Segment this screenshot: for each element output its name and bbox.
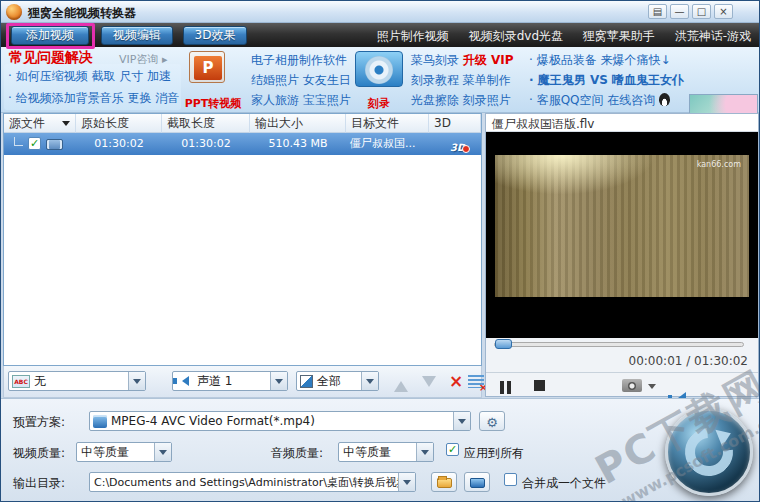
nav-apple-assistant[interactable]: 狸窝苹果助手: [583, 29, 655, 43]
subtitle-select[interactable]: ABC 无: [8, 371, 146, 391]
audio-quality-value: 中等质量: [339, 444, 416, 461]
move-up-icon[interactable]: [394, 374, 408, 392]
subtitle-value: 无: [30, 373, 128, 390]
video-quality-dropdown-icon[interactable]: [154, 443, 171, 461]
tree-connector: [14, 137, 23, 146]
audio-quality-dropdown-icon[interactable]: [416, 443, 433, 461]
folder-icon: [470, 478, 485, 488]
output-settings-panel: 预置方案: MPEG-4 AVC Video Format(*.mp4) ⚙ 视…: [1, 398, 759, 502]
move-down-icon[interactable]: [422, 376, 436, 394]
browse-folder-button[interactable]: [431, 472, 457, 492]
game-link-1[interactable]: · 爆极品装备 来爆个痛快↓: [529, 52, 671, 69]
snapshot-camera-icon[interactable]: [622, 379, 642, 392]
audio-track-select[interactable]: 声道 1: [172, 371, 288, 391]
video-edit-button[interactable]: 视频编辑: [101, 26, 173, 45]
preview-filename: 僵尸叔叔国语版.flv: [486, 114, 758, 132]
apply-all-label: 应用到所有: [464, 445, 524, 462]
video-quality-value: 中等质量: [77, 444, 154, 461]
column-header-cut-length[interactable]: 截取长度: [162, 114, 250, 133]
sort-indicator-icon: [62, 121, 70, 130]
game-link-3[interactable]: · 客服QQ空间 在线咨询: [529, 92, 670, 109]
table-row[interactable]: ✓ 01:30:02 01:30:02 510.43 MB 僵尸叔叔国... 3…: [4, 133, 481, 155]
row-cut-length: 01:30:02: [162, 133, 250, 155]
upgrade-vip-link[interactable]: 升级 VIP: [463, 53, 514, 67]
speaker-icon: [177, 376, 189, 386]
wrench-icon: ⚙: [486, 415, 498, 430]
stop-button[interactable]: [534, 380, 545, 391]
preset-format-icon: [93, 415, 107, 428]
filter-select[interactable]: 全部: [296, 371, 379, 391]
column-header-output-size[interactable]: 输出大小: [250, 114, 346, 133]
menu-icon[interactable]: ▤: [648, 4, 667, 19]
video-quality-select[interactable]: 中等质量: [76, 442, 172, 462]
3d-disabled-dot-icon: [462, 145, 470, 153]
window-title: 狸窝全能视频转换器: [28, 5, 136, 22]
audio-quality-select[interactable]: 中等质量: [338, 442, 434, 462]
convert-button[interactable]: [665, 408, 753, 496]
ppt-icon[interactable]: P: [189, 51, 225, 83]
preset-select[interactable]: MPEG-4 AVC Video Format(*.mp4): [89, 411, 471, 431]
audio-quality-label: 音频质量:: [271, 445, 323, 462]
output-dir-value: C:\Documents and Settings\Administrator\…: [90, 475, 398, 490]
subtitle-dropdown-icon[interactable]: [128, 372, 145, 390]
column-header-target-file[interactable]: 目标文件: [346, 114, 429, 133]
ppt-letter: P: [194, 56, 222, 80]
pause-button[interactable]: [500, 379, 511, 398]
top-nav-links: 照片制作视频 视频刻录dvd光盘 狸窝苹果助手 洪荒神话-游戏: [361, 28, 751, 45]
dvd-icon[interactable]: [355, 51, 403, 87]
nav-burn-dvd[interactable]: 视频刻录dvd光盘: [469, 29, 563, 43]
apply-all-checkbox[interactable]: ✓: [446, 443, 459, 456]
playback-time: 00:00:01 / 01:30:02: [629, 354, 748, 368]
nav-photo-to-video[interactable]: 照片制作视频: [377, 29, 449, 43]
close-button[interactable]: ×: [714, 4, 733, 19]
preset-dropdown-icon[interactable]: [453, 412, 470, 430]
annotation-highlight-box: [6, 23, 95, 49]
column-header-original-length[interactable]: 原始长度: [76, 114, 162, 133]
faq-link-2[interactable]: · 给视频添加背景音乐 更换 消音: [4, 85, 181, 107]
open-output-folder-button[interactable]: [464, 472, 490, 492]
app-logo-icon: [6, 4, 22, 20]
ppt-caption-link[interactable]: PPT转视频: [183, 96, 243, 111]
open-folder-icon: [437, 478, 452, 488]
snapshot-dropdown-icon[interactable]: [648, 384, 656, 393]
row-3d-icon[interactable]: 3D: [450, 136, 465, 155]
burn-link-3[interactable]: 光盘擦除 刻录照片: [411, 92, 511, 109]
burn-link-1[interactable]: 菜鸟刻录 升级 VIP: [411, 52, 514, 69]
delete-file-icon[interactable]: ×: [449, 372, 463, 390]
audio-dropdown-icon[interactable]: [270, 372, 287, 390]
output-dir-dropdown-icon[interactable]: [398, 473, 415, 491]
nav-game[interactable]: 洪荒神话-游戏: [675, 29, 751, 43]
video-display[interactable]: kan66.com: [486, 132, 758, 338]
audio-track-value: 声道 1: [189, 373, 270, 390]
column-header-3d[interactable]: 3D: [429, 114, 481, 133]
filter-dropdown-icon[interactable]: [361, 372, 378, 390]
preset-value: MPEG-4 AVC Video Format(*.mp4): [107, 414, 453, 428]
subtitle-abc-icon: ABC: [12, 375, 30, 388]
effect-3d-button[interactable]: 3D效果: [183, 26, 247, 45]
dvd-disc-icon: [365, 56, 393, 84]
ad-banner: 常见问题解决 VIP咨询 ▸ · 如何压缩视频 截取 尺寸 加速 · 给视频添加…: [1, 47, 759, 113]
clear-list-icon[interactable]: [468, 375, 484, 388]
seek-bar[interactable]: [494, 342, 744, 347]
video-frame: kan66.com: [495, 155, 749, 297]
preset-settings-button[interactable]: ⚙: [479, 411, 505, 431]
title-bar: 狸窝全能视频转换器 ▤ — □ ×: [1, 1, 759, 23]
game-link-2[interactable]: · 魔王鬼男 VS 嗜血鬼王女仆: [529, 72, 684, 89]
row-original-length: 01:30:02: [76, 133, 162, 155]
album-link-1[interactable]: 电子相册制作软件: [251, 52, 347, 69]
merge-checkbox[interactable]: [504, 473, 517, 486]
burn-link-2[interactable]: 刻录教程 菜单制作: [411, 72, 511, 89]
row-checkbox[interactable]: ✓: [28, 137, 41, 150]
seek-handle[interactable]: [495, 339, 512, 349]
app-window: 狸窝全能视频转换器 ▤ — □ × 添加视频 视频编辑 3D效果 照片制作视频 …: [0, 0, 760, 502]
minimize-button[interactable]: —: [670, 4, 689, 19]
merge-label: 合并成一个文件: [522, 475, 606, 492]
album-link-3[interactable]: 家人旅游 宝宝照片: [251, 92, 351, 109]
faq-link-1[interactable]: · 如何压缩视频 截取 尺寸 加速: [4, 64, 181, 85]
row-output-size: 510.43 MB: [250, 133, 346, 155]
album-link-2[interactable]: 结婚照片 女友生日: [251, 72, 351, 89]
maximize-button[interactable]: □: [692, 4, 711, 19]
effects-toolbar: ABC 无 声道 1 全部 ×: [3, 366, 482, 398]
output-dir-select[interactable]: C:\Documents and Settings\Administrator\…: [89, 472, 416, 492]
filter-value: 全部: [313, 373, 361, 390]
